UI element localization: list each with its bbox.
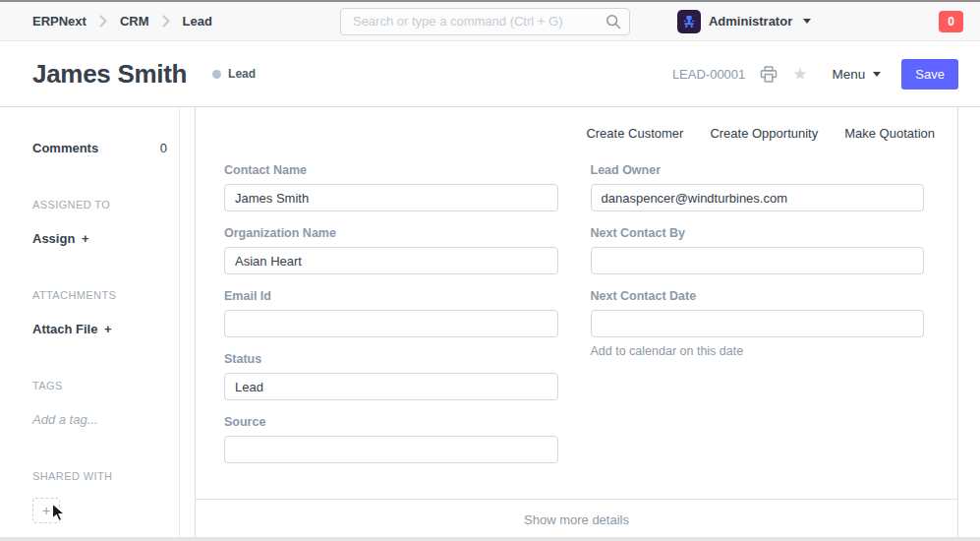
breadcrumb-crm[interactable]: CRM (120, 14, 149, 29)
tags-heading: TAGS (32, 380, 167, 391)
form-main: Create Customer Create Opportunity Make … (195, 107, 958, 539)
organization-name-label: Organization Name (224, 226, 558, 240)
caret-down-icon (873, 72, 881, 77)
status-label: Lead (228, 67, 256, 81)
search-icon[interactable] (605, 14, 621, 33)
field-source: Source (224, 415, 558, 463)
status-indicator: Lead (212, 67, 256, 81)
next-contact-date-label: Next Contact Date (591, 289, 925, 303)
comments-label: Comments (32, 141, 98, 155)
source-input[interactable] (224, 436, 558, 463)
field-organization-name: Organization Name (224, 226, 558, 274)
menu-button[interactable]: Menu (833, 67, 882, 82)
search-input[interactable] (340, 8, 630, 35)
assign-label: Assign (32, 231, 75, 246)
breadcrumb-erpnext[interactable]: ERPNext (32, 14, 86, 29)
shared-with-heading: SHARED WITH (32, 470, 167, 482)
status-label: Status (224, 352, 558, 366)
star-icon: ★ (792, 66, 807, 83)
make-quotation-button[interactable]: Make Quotation (844, 126, 935, 141)
attach-file-label: Attach File (32, 322, 97, 336)
plus-icon: + (104, 322, 112, 336)
contact-name-label: Contact Name (224, 163, 558, 177)
field-contact-name: Contact Name (224, 163, 558, 211)
status-dot-icon (212, 70, 221, 79)
form-sidebar: Comments 0 ASSIGNED TO Assign + ATTACHME… (0, 107, 180, 539)
form-action-links: Create Customer Create Opportunity Make … (196, 107, 957, 141)
save-button[interactable]: Save (901, 59, 958, 90)
robot-avatar-icon (681, 14, 697, 30)
assigned-to-heading: ASSIGNED TO (32, 199, 167, 210)
create-customer-button[interactable]: Create Customer (586, 126, 683, 141)
user-avatar (677, 10, 701, 33)
plus-icon: + (82, 231, 89, 246)
document-id: LEAD-00001 (672, 67, 745, 82)
email-id-label: Email Id (224, 289, 558, 303)
field-email-id: Email Id (224, 289, 558, 337)
page-head: James Smith Lead LEAD-00001 ★ Menu Save (0, 41, 980, 107)
fields-grid: Contact Name Organization Name Email Id … (196, 141, 957, 478)
next-contact-date-help: Add to calendar on this date (591, 344, 925, 358)
form-layout: Comments 0 ASSIGNED TO Assign + ATTACHME… (0, 107, 980, 539)
printer-icon (760, 66, 778, 83)
field-next-contact-by: Next Contact By (591, 226, 925, 274)
show-more-details-button[interactable]: Show more details (196, 499, 957, 539)
chevron-right-icon (162, 15, 170, 28)
source-label: Source (224, 415, 558, 429)
breadcrumb-lead[interactable]: Lead (183, 14, 212, 29)
user-name: Administrator (709, 14, 792, 29)
organization-name-input[interactable] (224, 247, 558, 274)
global-search (340, 8, 630, 35)
field-lead-owner: Lead Owner (591, 163, 925, 211)
lead-owner-input[interactable] (591, 184, 925, 211)
window-bottom-edge (0, 537, 980, 541)
attach-file-button[interactable]: Attach File + (32, 322, 167, 336)
field-next-contact-date: Next Contact Date Add to calendar on thi… (591, 289, 925, 358)
attachments-heading: ATTACHMENTS (32, 289, 167, 301)
breadcrumb: ERPNext CRM Lead (32, 14, 212, 29)
comments-link[interactable]: Comments 0 (32, 141, 167, 155)
menu-label: Menu (833, 67, 866, 82)
navbar: ERPNext CRM Lead (0, 2, 980, 41)
page-title: James Smith (32, 59, 187, 90)
print-button[interactable] (760, 66, 778, 83)
comments-count: 0 (160, 141, 167, 155)
next-contact-by-label: Next Contact By (591, 226, 925, 240)
fields-column-left: Contact Name Organization Name Email Id … (224, 163, 558, 478)
notification-badge[interactable]: 0 (939, 11, 963, 32)
create-opportunity-button[interactable]: Create Opportunity (710, 126, 818, 141)
next-contact-by-input[interactable] (591, 247, 925, 274)
field-status: Status (224, 352, 558, 400)
share-row: + (32, 498, 167, 523)
email-id-input[interactable] (224, 310, 558, 337)
user-menu[interactable]: Administrator (677, 10, 811, 33)
page-head-actions: LEAD-00001 ★ Menu Save (672, 59, 958, 90)
assign-button[interactable]: Assign + (32, 231, 167, 246)
contact-name-input[interactable] (224, 184, 558, 211)
favorite-star-button[interactable]: ★ (792, 66, 807, 83)
add-tag-input[interactable]: Add a tag... (32, 412, 167, 427)
chevron-right-icon (99, 15, 107, 28)
share-add-button[interactable]: + (32, 498, 60, 523)
caret-down-icon (803, 19, 811, 24)
lead-owner-label: Lead Owner (591, 163, 925, 177)
status-select[interactable] (224, 373, 558, 400)
next-contact-date-input[interactable] (591, 310, 925, 337)
fields-column-right: Lead Owner Next Contact By Next Contact … (591, 163, 925, 478)
